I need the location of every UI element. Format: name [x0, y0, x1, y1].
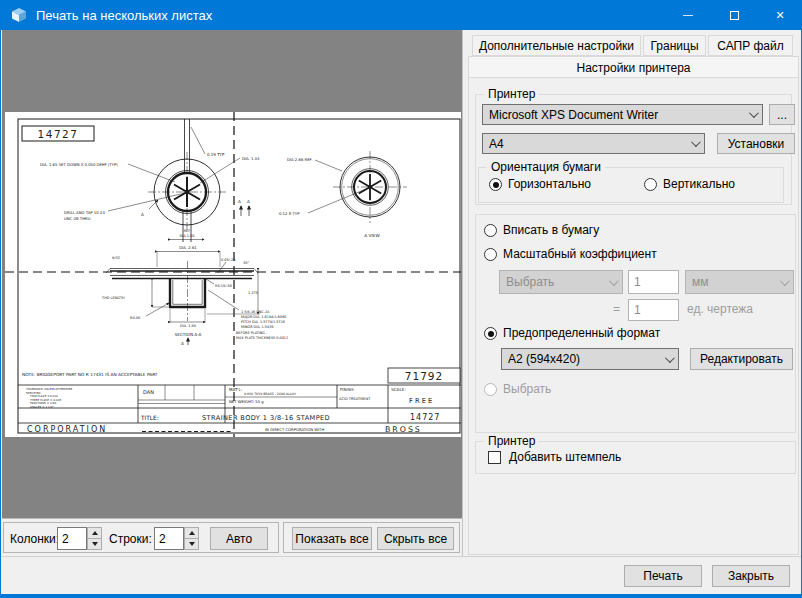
show-hide-box: Показать все Скрыть все [283, 522, 460, 553]
dim-r006: R0.06 [130, 316, 140, 320]
corporation-text: CORPORATION [27, 425, 107, 434]
portrait-label: Вертикально [663, 177, 735, 191]
drawing-units-label: ед. чертежа [687, 302, 753, 316]
columns-down-icon[interactable] [87, 539, 102, 550]
select-area-label: Выбрать [503, 382, 551, 396]
printer-group: Принтер Microsoft XPS Document Writer ..… [475, 94, 792, 205]
units-value: мм [692, 275, 709, 289]
section-a-marker: A [238, 199, 241, 204]
equals-sign: = [613, 302, 620, 316]
dim-1375: 1.375 [248, 291, 258, 295]
orientation-group: Ориентация бумаги Горизонтально Вертикал… [478, 167, 784, 203]
dim-dia134: DIA. 1.34 [242, 156, 260, 161]
section-a-marker: A [181, 341, 184, 346]
close-button[interactable]: ✕ [757, 0, 802, 30]
net-weight: NET WEIGHT: 55 g [229, 399, 264, 404]
note-text: NOTE: BRIDGEPORT PART NO R 17431 IS AN A… [22, 372, 158, 377]
section-a-marker: A [141, 212, 144, 217]
scale-factor-label: Масштабный коэффициент [503, 247, 657, 261]
rows-down-icon[interactable] [184, 539, 199, 550]
section-label: SECTION A-A [175, 332, 202, 337]
select-area-radio[interactable] [484, 383, 497, 396]
stamp-group: Принтер Добавить штемпель [475, 441, 796, 474]
edit-format-button[interactable]: Редактировать [690, 348, 793, 370]
scale-type-select[interactable]: Выбрать [499, 270, 623, 294]
printer-select[interactable]: Microsoft XPS Document Writer [482, 104, 763, 125]
view-a-label: A VIEW [364, 233, 380, 238]
rows-label: Строки: [109, 532, 152, 546]
preview-toolbar: Колонки: 2 Строки: 2 Авто Показать все С… [2, 518, 462, 556]
fit-to-paper-radio[interactable] [484, 224, 497, 237]
format-select[interactable]: A2 (594x420) [501, 348, 679, 370]
dim-dia150: DIA.1.50 [180, 234, 195, 238]
tab-borders[interactable]: Границы [643, 35, 706, 56]
columns-up-icon[interactable] [87, 527, 102, 539]
rows-stepper[interactable] [184, 527, 199, 550]
scale-label: SCALE: [391, 387, 406, 392]
dim-setdown: DIA. 1.65 SET DOWN X 0.050 DEEP (TYP) [40, 162, 118, 167]
printer-group-label: Принтер [484, 87, 539, 101]
dim-30deg: 30° [243, 261, 249, 265]
thread-note-2: MAJOR DIA. 1.6184/1.6090 [241, 315, 286, 319]
dim-r015: R0.15/.56 [215, 284, 232, 288]
chevron-down-icon [780, 276, 790, 286]
dim-chamfer: 0.05/.25 [221, 258, 236, 262]
tab-printer-settings[interactable]: Настройки принтера [468, 56, 799, 78]
scale-factor-radio[interactable] [484, 248, 497, 261]
scale-mm-input[interactable]: 1 [628, 270, 679, 294]
finish-label: FINISH: [340, 387, 355, 392]
units-select[interactable]: мм [685, 270, 794, 294]
show-all-button[interactable]: Показать все [292, 527, 372, 550]
tab-additional-settings[interactable]: Дополнительные настройки [472, 35, 641, 56]
print-button[interactable]: Печать [624, 565, 702, 587]
auto-button[interactable]: Авто [210, 527, 268, 550]
dim-drill-tap2: UNC-2B THRU [64, 216, 91, 221]
thread-note-5: BEFORE PLATING - [236, 331, 268, 335]
dim-drill-tap: DRILL AND TAP 10-24 [64, 210, 105, 215]
rows-up-icon[interactable] [184, 527, 199, 539]
scale-group: Вписать в бумагу Масштабный коэффициент … [475, 214, 796, 433]
dim-932: 9/32 [112, 256, 120, 260]
chevron-down-icon [749, 108, 759, 118]
paper-size-select[interactable]: A4 [482, 133, 705, 154]
window-border [1, 594, 802, 598]
tab-cad-file[interactable]: САПР файл [708, 35, 793, 56]
columns-input[interactable]: 2 [57, 527, 87, 550]
title-value: STRAINER BODY 1 3/8-16 STAMPED [202, 414, 330, 422]
landscape-radio[interactable] [489, 178, 502, 191]
thread-note-3: PITCH DIA. 1.5778/1.5726 [241, 320, 285, 324]
title-label: TITLE: [140, 415, 159, 421]
print-preview[interactable]: 14727 [2, 30, 462, 518]
scale-type-value: Выбрать [506, 275, 554, 289]
close-dialog-button[interactable]: Закрыть [712, 565, 790, 587]
maximize-icon [730, 11, 739, 20]
add-stamp-checkbox[interactable] [488, 451, 501, 464]
part-number-top: 14727 [38, 128, 79, 140]
rows-input[interactable]: 2 [154, 527, 184, 550]
thread-note-4: MINOR DIA. 1.5439 [241, 325, 273, 329]
doc-number: 71792 [405, 370, 443, 382]
columns-stepper[interactable] [87, 527, 102, 550]
chevron-down-icon [691, 137, 701, 147]
material-value: 0.050 T030 BRASS - 2600 ALLOY [244, 392, 296, 396]
scale-value: FREE [409, 397, 434, 405]
printer-setup-button[interactable]: Установки [717, 133, 795, 154]
material-label: MAT'L: [229, 387, 242, 392]
printer-select-value: Microsoft XPS Document Writer [489, 108, 658, 122]
columns-label: Колонки: [10, 532, 59, 546]
maximize-button[interactable] [711, 0, 757, 30]
minimize-icon [683, 15, 693, 16]
drawing-units-input[interactable]: 1 [628, 299, 679, 321]
portrait-radio[interactable] [644, 178, 657, 191]
predefined-format-label: Предопределенный формат [503, 326, 660, 340]
predefined-format-radio[interactable] [484, 327, 497, 340]
close-icon: ✕ [775, 9, 784, 22]
dim-dia261: DIA. 2.61 [179, 245, 197, 250]
window-title: Печать на нескольких листах [36, 8, 212, 23]
minimize-button[interactable] [665, 0, 711, 30]
hide-all-button[interactable]: Скрыть все [377, 527, 454, 550]
thread-note-6: MAX PLATE THICKNESS 0.0012 [236, 336, 288, 340]
stamp-group-label: Принтер [484, 434, 539, 448]
printer-settings-page: Принтер Microsoft XPS Document Writer ..… [468, 77, 799, 555]
browse-printer-button[interactable]: ... [769, 104, 795, 125]
